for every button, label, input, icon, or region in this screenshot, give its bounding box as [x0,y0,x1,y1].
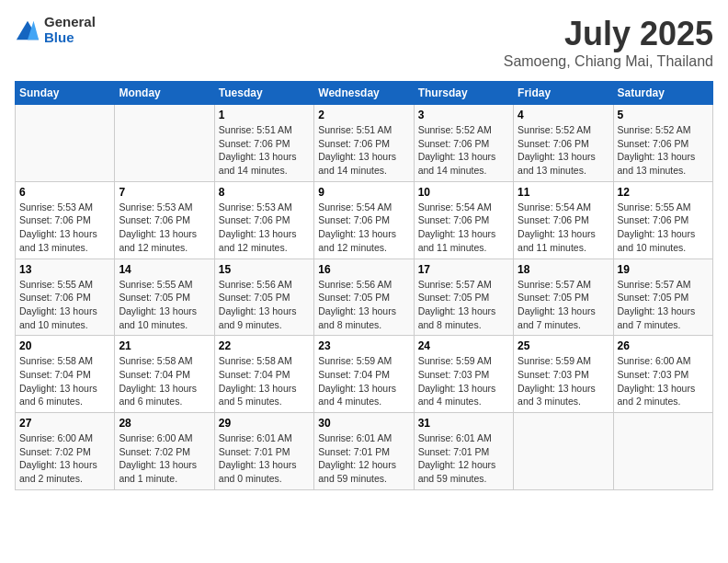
calendar-cell: 1Sunrise: 5:51 AM Sunset: 7:06 PM Daylig… [214,105,313,182]
weekday-header-saturday: Saturday [613,82,712,105]
day-info: Sunrise: 5:56 AM Sunset: 7:05 PM Dayligh… [318,278,409,332]
sub-title: Samoeng, Chiang Mai, Thailand [504,53,713,70]
calendar-cell: 12Sunrise: 5:55 AM Sunset: 7:06 PM Dayli… [613,181,712,259]
day-number: 25 [518,339,609,352]
day-info: Sunrise: 5:53 AM Sunset: 7:06 PM Dayligh… [19,201,110,255]
day-number: 10 [418,186,509,199]
day-info: Sunrise: 5:57 AM Sunset: 7:05 PM Dayligh… [618,278,709,332]
calendar-cell: 20Sunrise: 5:58 AM Sunset: 7:04 PM Dayli… [16,336,115,413]
day-info: Sunrise: 6:01 AM Sunset: 7:01 PM Dayligh… [318,431,409,486]
day-number: 18 [518,263,609,276]
day-number: 23 [318,339,409,352]
logo: General Blue [15,15,96,45]
day-number: 9 [318,186,409,199]
calendar-cell: 2Sunrise: 5:51 AM Sunset: 7:06 PM Daylig… [314,105,414,182]
logo-general-text: General [44,15,96,30]
calendar-cell: 10Sunrise: 5:54 AM Sunset: 7:06 PM Dayli… [414,181,513,259]
day-number: 20 [19,339,110,352]
day-number: 19 [618,263,709,276]
calendar: SundayMondayTuesdayWednesdayThursdayFrid… [15,81,713,490]
day-number: 24 [418,339,509,352]
calendar-cell [16,105,115,182]
day-info: Sunrise: 6:00 AM Sunset: 7:02 PM Dayligh… [19,431,110,486]
day-number: 6 [19,186,110,199]
calendar-cell: 26Sunrise: 6:00 AM Sunset: 7:03 PM Dayli… [613,336,712,413]
week-row-4: 20Sunrise: 5:58 AM Sunset: 7:04 PM Dayli… [16,336,713,413]
weekday-header-sunday: Sunday [16,82,115,105]
calendar-cell [613,413,712,490]
weekday-header-friday: Friday [514,82,613,105]
calendar-cell [514,413,613,490]
main-title: July 2025 [504,15,713,53]
day-info: Sunrise: 5:56 AM Sunset: 7:05 PM Dayligh… [219,278,310,332]
day-info: Sunrise: 5:59 AM Sunset: 7:03 PM Dayligh… [418,354,509,408]
day-number: 2 [318,109,409,121]
weekday-header-monday: Monday [115,82,214,105]
day-number: 8 [219,186,310,199]
weekday-header-tuesday: Tuesday [214,82,313,105]
day-number: 3 [418,109,509,121]
day-info: Sunrise: 5:55 AM Sunset: 7:05 PM Dayligh… [119,278,210,332]
weekday-header-wednesday: Wednesday [314,82,414,105]
day-info: Sunrise: 5:53 AM Sunset: 7:06 PM Dayligh… [219,201,310,255]
week-row-3: 13Sunrise: 5:55 AM Sunset: 7:06 PM Dayli… [16,259,713,336]
day-number: 15 [219,263,310,276]
weekday-header-row: SundayMondayTuesdayWednesdayThursdayFrid… [16,82,713,105]
calendar-cell: 23Sunrise: 5:59 AM Sunset: 7:04 PM Dayli… [314,336,414,413]
calendar-cell: 27Sunrise: 6:00 AM Sunset: 7:02 PM Dayli… [16,413,115,490]
day-number: 14 [119,263,210,276]
day-info: Sunrise: 5:59 AM Sunset: 7:04 PM Dayligh… [318,354,409,408]
calendar-body: 1Sunrise: 5:51 AM Sunset: 7:06 PM Daylig… [16,105,713,490]
weekday-header-thursday: Thursday [414,82,513,105]
day-number: 13 [19,263,110,276]
day-info: Sunrise: 5:52 AM Sunset: 7:06 PM Dayligh… [518,123,609,178]
calendar-cell: 6Sunrise: 5:53 AM Sunset: 7:06 PM Daylig… [16,181,115,259]
day-info: Sunrise: 5:58 AM Sunset: 7:04 PM Dayligh… [19,354,110,408]
calendar-cell: 19Sunrise: 5:57 AM Sunset: 7:05 PM Dayli… [613,259,712,336]
day-number: 26 [618,339,709,352]
week-row-5: 27Sunrise: 6:00 AM Sunset: 7:02 PM Dayli… [16,413,713,490]
calendar-cell: 3Sunrise: 5:52 AM Sunset: 7:06 PM Daylig… [414,105,513,182]
calendar-cell: 7Sunrise: 5:53 AM Sunset: 7:06 PM Daylig… [115,181,214,259]
day-number: 11 [518,186,609,199]
calendar-cell: 29Sunrise: 6:01 AM Sunset: 7:01 PM Dayli… [214,413,313,490]
calendar-cell: 5Sunrise: 5:52 AM Sunset: 7:06 PM Daylig… [613,105,712,182]
calendar-cell: 11Sunrise: 5:54 AM Sunset: 7:06 PM Dayli… [514,181,613,259]
day-number: 22 [219,339,310,352]
day-number: 27 [19,417,110,430]
day-info: Sunrise: 6:00 AM Sunset: 7:02 PM Dayligh… [119,431,210,486]
day-info: Sunrise: 5:59 AM Sunset: 7:03 PM Dayligh… [518,354,609,408]
day-number: 30 [318,417,409,430]
day-info: Sunrise: 5:55 AM Sunset: 7:06 PM Dayligh… [618,201,709,255]
calendar-cell: 16Sunrise: 5:56 AM Sunset: 7:05 PM Dayli… [314,259,414,336]
day-info: Sunrise: 5:57 AM Sunset: 7:05 PM Dayligh… [518,278,609,332]
day-info: Sunrise: 5:52 AM Sunset: 7:06 PM Dayligh… [418,123,509,178]
day-info: Sunrise: 5:54 AM Sunset: 7:06 PM Dayligh… [518,201,609,255]
calendar-cell: 31Sunrise: 6:01 AM Sunset: 7:01 PM Dayli… [414,413,513,490]
day-number: 21 [119,339,210,352]
calendar-cell: 4Sunrise: 5:52 AM Sunset: 7:06 PM Daylig… [514,105,613,182]
day-info: Sunrise: 5:55 AM Sunset: 7:06 PM Dayligh… [19,278,110,332]
calendar-cell: 18Sunrise: 5:57 AM Sunset: 7:05 PM Dayli… [514,259,613,336]
day-number: 4 [518,109,609,121]
logo-text: General Blue [44,15,96,45]
day-info: Sunrise: 5:57 AM Sunset: 7:05 PM Dayligh… [418,278,509,332]
day-number: 16 [318,263,409,276]
calendar-cell: 25Sunrise: 5:59 AM Sunset: 7:03 PM Dayli… [514,336,613,413]
day-info: Sunrise: 6:01 AM Sunset: 7:01 PM Dayligh… [219,431,310,486]
calendar-cell: 30Sunrise: 6:01 AM Sunset: 7:01 PM Dayli… [314,413,414,490]
day-info: Sunrise: 5:51 AM Sunset: 7:06 PM Dayligh… [219,123,310,178]
calendar-cell: 17Sunrise: 5:57 AM Sunset: 7:05 PM Dayli… [414,259,513,336]
day-number: 5 [618,109,709,121]
day-number: 12 [618,186,709,199]
day-info: Sunrise: 5:54 AM Sunset: 7:06 PM Dayligh… [418,201,509,255]
calendar-cell: 22Sunrise: 5:58 AM Sunset: 7:04 PM Dayli… [214,336,313,413]
calendar-cell: 15Sunrise: 5:56 AM Sunset: 7:05 PM Dayli… [214,259,313,336]
calendar-cell: 13Sunrise: 5:55 AM Sunset: 7:06 PM Dayli… [16,259,115,336]
day-number: 28 [119,417,210,430]
calendar-cell: 9Sunrise: 5:54 AM Sunset: 7:06 PM Daylig… [314,181,414,259]
day-number: 17 [418,263,509,276]
day-info: Sunrise: 5:54 AM Sunset: 7:06 PM Dayligh… [318,201,409,255]
week-row-1: 1Sunrise: 5:51 AM Sunset: 7:06 PM Daylig… [16,105,713,182]
day-info: Sunrise: 5:53 AM Sunset: 7:06 PM Dayligh… [119,201,210,255]
